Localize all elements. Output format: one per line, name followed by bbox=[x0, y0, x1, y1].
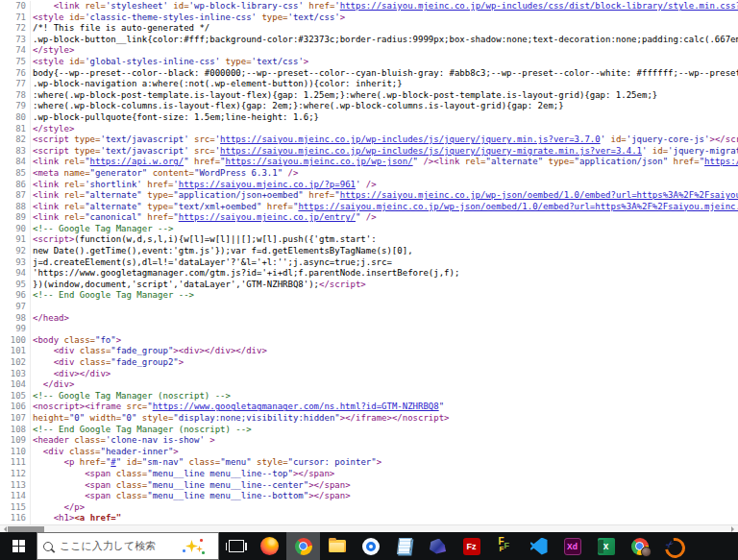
code-text: <!-- End Google Tag Manager (noscript) -… bbox=[31, 425, 252, 436]
taskbar-vscode-button[interactable] bbox=[522, 532, 555, 560]
taskbar-chrome-button[interactable] bbox=[286, 532, 320, 560]
code-segment: new Date().getTime(),event:'gtm.js'});va… bbox=[33, 246, 413, 256]
source-link[interactable]: https://saiyou.mjeinc.co.jp/entry/ bbox=[179, 212, 356, 222]
blue-3d-app-icon bbox=[430, 539, 446, 554]
code-text: </p> bbox=[31, 502, 85, 514]
source-line: 96<!-- End Google Tag Manager --> bbox=[0, 290, 738, 302]
code-segment: class= bbox=[59, 335, 95, 345]
source-line: 77.wp-block-navigation a:where(:not(.wp-… bbox=[0, 79, 738, 90]
code-segment: type= bbox=[69, 134, 101, 144]
source-line: 87<link rel="alternate" type="applicatio… bbox=[0, 190, 738, 202]
code-text: <script type='text/javascript' src='http… bbox=[31, 146, 738, 158]
code-segment: class= bbox=[111, 480, 147, 490]
code-segment: "menu__line menu__line--center" bbox=[147, 480, 308, 490]
search-highlights-icon[interactable] bbox=[182, 537, 205, 556]
code-text: <header class='clone-nav is-show' > bbox=[31, 435, 215, 447]
taskbar-explorer-button[interactable] bbox=[320, 532, 354, 560]
source-line: 98</head> bbox=[0, 313, 738, 325]
source-link[interactable]: https://saiyou.mjeinc.co.jp/wp-includes/… bbox=[340, 1, 738, 11]
code-segment bbox=[33, 346, 54, 355]
code-segment: </head> bbox=[33, 313, 69, 323]
line-number: 96 bbox=[0, 290, 31, 302]
code-text: <script>(function(w,d,s,l,i){w[l]=w[l]||… bbox=[31, 234, 377, 246]
view-source-page: 70 <link rel='stylesheet' id='wp-block-l… bbox=[0, 0, 738, 560]
code-segment: ><div></div></div> bbox=[173, 346, 267, 355]
code-segment: <div bbox=[54, 346, 75, 355]
code-segment: id= bbox=[605, 134, 627, 144]
source-line: 116 <h1><a href=" bbox=[0, 513, 738, 524]
code-segment: "alternate" bbox=[85, 202, 142, 211]
code-segment: .wp-block-pullquote{font-size: 1.5em;lin… bbox=[33, 112, 319, 122]
code-text: <!-- End Google Tag Manager --> bbox=[31, 290, 194, 302]
source-link[interactable]: https://saiyou.mjeinc.co.jp/wp-json/oemb… bbox=[340, 190, 738, 200]
source-line: 97 bbox=[0, 302, 738, 313]
source-link[interactable]: https://saiyou.mjeinc.co.jp/wp-json/wp/v… bbox=[704, 157, 738, 166]
start-button[interactable] bbox=[0, 532, 37, 560]
line-number: 72 bbox=[0, 23, 31, 35]
line-number: 98 bbox=[0, 313, 31, 325]
code-segment: <div></div> bbox=[54, 369, 111, 378]
code-segment: body{--wp--preset--color--black: #000000… bbox=[33, 68, 738, 78]
code-segment: <script bbox=[33, 134, 69, 144]
taskbar-scissors-button[interactable]: ✂ bbox=[656, 532, 690, 560]
code-segment: "sm-nav" bbox=[142, 457, 184, 467]
code-segment: type= bbox=[220, 57, 252, 66]
code-segment: 'jquery-migrate-js' bbox=[668, 146, 738, 156]
taskbar-firefox-button[interactable] bbox=[253, 532, 286, 560]
source-line: 83<script type='text/javascript' src='ht… bbox=[0, 146, 738, 158]
code-text: new Date().getTime(),event:'gtm.js'});va… bbox=[31, 246, 413, 257]
source-line: 104 </div> bbox=[0, 379, 738, 391]
code-segment: .wp-block-button__link{color:#fff;backgr… bbox=[33, 35, 738, 44]
taskbar-task-view-button[interactable] bbox=[219, 532, 253, 560]
source-link[interactable]: https://api.w.org/ bbox=[90, 157, 184, 166]
code-text: <div class="header-inner"> bbox=[31, 447, 179, 458]
code-segment: rel= bbox=[59, 180, 85, 189]
taskbar-blue3d-button[interactable] bbox=[421, 532, 455, 560]
code-segment: ></iframe></noscript> bbox=[340, 413, 450, 423]
file-explorer-icon bbox=[329, 540, 346, 552]
source-link[interactable]: https://saiyou.mjeinc.co.jp/wp-json/ bbox=[226, 157, 413, 166]
taskbar-search-input[interactable]: ここに入力して検索 bbox=[37, 532, 219, 560]
source-line: 112 <span class="menu__line menu__line--… bbox=[0, 469, 738, 480]
line-number: 103 bbox=[0, 369, 31, 380]
source-link[interactable]: https://saiyou.mjeinc.co.jp/?p=961 bbox=[179, 180, 356, 189]
source-link[interactable]: https://saiyou.mjeinc.co.jp/wp-includes/… bbox=[220, 146, 642, 156]
taskbar-ffftp-button[interactable]: FFF bbox=[488, 532, 522, 560]
horizontal-scrollbar[interactable] bbox=[0, 524, 738, 532]
taskbar-blue-circle-button[interactable] bbox=[354, 532, 387, 560]
code-text: <span class="menu__line menu__line--cent… bbox=[31, 480, 351, 492]
taskbar-notepad-button[interactable] bbox=[387, 532, 421, 560]
code-segment: id= bbox=[64, 12, 86, 22]
code-segment: type= bbox=[257, 12, 288, 22]
code-segment: class= bbox=[111, 469, 147, 478]
code-segment bbox=[33, 457, 64, 467]
source-line: 103 <div></div> bbox=[0, 369, 738, 380]
code-segment: "text/xml+oembed" bbox=[173, 202, 261, 211]
code-text: </style> bbox=[31, 124, 74, 135]
green-dot bbox=[202, 551, 205, 554]
source-link[interactable]: https://saiyou.mjeinc.co.jp/wp-includes/… bbox=[220, 134, 601, 144]
taskbar-excel-button[interactable]: x bbox=[589, 532, 623, 560]
code-segment: <style bbox=[33, 57, 64, 66]
code-segment: "alternate" bbox=[485, 157, 543, 166]
line-number: 77 bbox=[0, 79, 31, 90]
code-segment: id= bbox=[64, 57, 86, 66]
code-segment: class= bbox=[111, 491, 147, 500]
profile-badge bbox=[641, 547, 652, 557]
code-text: </style> bbox=[31, 45, 74, 57]
code-segment: ></span> bbox=[308, 491, 350, 500]
taskbar-xd-button[interactable]: Xd bbox=[555, 532, 589, 560]
code-segment: :where(.wp-block-post-template.is-layout… bbox=[33, 90, 657, 100]
source-link[interactable]: https://www.googletagmanager.com/ns.html… bbox=[153, 402, 439, 411]
code-segment: href= bbox=[189, 157, 221, 166]
source-line: 79:where(.wp-block-columns.is-layout-fle… bbox=[0, 101, 738, 112]
code-text: <script type='text/javascript' src='http… bbox=[31, 134, 738, 146]
line-number: 111 bbox=[0, 457, 31, 469]
taskbar-chrome2-button[interactable] bbox=[623, 532, 656, 560]
taskbar-filezilla-button[interactable]: Fz bbox=[455, 532, 488, 560]
source-line: 108<!-- End Google Tag Manager (noscript… bbox=[0, 425, 738, 436]
code-segment bbox=[33, 379, 43, 389]
source-link[interactable]: https://saiyou.mjeinc.co.jp/wp-json/oemb… bbox=[298, 202, 738, 211]
line-number: 105 bbox=[0, 391, 31, 402]
code-segment: rel= bbox=[59, 190, 85, 200]
